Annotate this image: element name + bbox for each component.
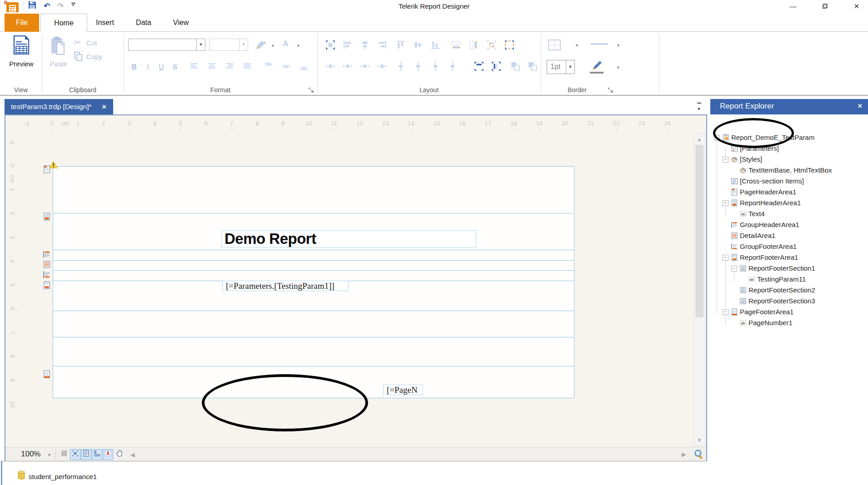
- space-vertically-remove-icon[interactable]: [446, 60, 459, 73]
- design-canvas[interactable]: -10cm12345678910111213141516171819202122…: [5, 114, 707, 461]
- scroll-down-icon[interactable]: ▼: [694, 437, 705, 443]
- font-name-combobox[interactable]: ▼: [128, 39, 205, 51]
- center-in-form-icon[interactable]: [503, 39, 516, 51]
- space-vertically-decrease-icon[interactable]: [429, 60, 442, 73]
- line-color-caret-icon[interactable]: ▼: [616, 65, 620, 70]
- document-tab-close-icon[interactable]: ✕: [102, 104, 107, 110]
- group-footer-marker-icon[interactable]: [43, 271, 52, 281]
- page-number-textbox[interactable]: [=PageN: [383, 385, 423, 395]
- cut-button[interactable]: Cut: [86, 39, 97, 47]
- format-i-button[interactable]: I: [142, 61, 154, 74]
- tree-item-reportheaderarea1[interactable]: −ReportHeaderArea1: [710, 198, 868, 208]
- tree-item-detailarea1[interactable]: DetailArea1: [710, 230, 868, 241]
- align-text-middle-icon[interactable]: [280, 60, 293, 73]
- copy-button[interactable]: Copy: [86, 53, 102, 60]
- report-title-textbox[interactable]: Demo Report: [221, 230, 476, 248]
- tree-item-reportfootersection1[interactable]: −ReportFooterSection1: [710, 263, 868, 274]
- group-header-marker-icon[interactable]: [43, 250, 52, 260]
- line-style-dropdown[interactable]: ▼: [589, 38, 625, 52]
- tree-item-styles[interactable]: −[Styles]: [710, 154, 868, 165]
- zoom-level[interactable]: 100%: [21, 450, 40, 459]
- cut-icon[interactable]: ✂: [74, 37, 81, 48]
- tree-item-pageheaderarea1[interactable]: PageHeaderArea1: [710, 187, 868, 198]
- minimize-button[interactable]: —: [783, 0, 803, 12]
- data-source-item[interactable]: student_performance1: [29, 473, 97, 480]
- grid-toggle-icon[interactable]: [59, 449, 70, 460]
- report-header-marker-icon[interactable]: [43, 213, 52, 223]
- snap-to-grid-icon[interactable]: [324, 39, 337, 51]
- border-style-dropdown[interactable]: ▼: [548, 38, 584, 52]
- tree-expander-icon[interactable]: −: [723, 255, 728, 261]
- space-horizontally-decrease-icon[interactable]: [359, 60, 371, 73]
- copy-icon[interactable]: [74, 52, 82, 63]
- page-breaks-toggle-icon[interactable]: [81, 449, 91, 460]
- align-text-top-icon[interactable]: [263, 60, 275, 73]
- tree-item-reportfootersection3[interactable]: ReportFooterSection3: [710, 296, 868, 307]
- align-text-center-icon[interactable]: [206, 60, 219, 73]
- ruler-toggle-icon[interactable]: [92, 449, 102, 460]
- paste-button[interactable]: Paste: [46, 60, 71, 68]
- vertical-scrollbar[interactable]: ▲ ▼: [693, 134, 705, 446]
- page-footer-marker-icon[interactable]: [43, 370, 52, 380]
- tree-expander-icon[interactable]: −: [723, 200, 728, 206]
- send-to-back-icon[interactable]: [526, 60, 539, 73]
- scrollbar-thumb[interactable]: [695, 145, 703, 317]
- report-footer-marker-icon[interactable]: [43, 281, 52, 291]
- font-size-combobox[interactable]: ▼: [209, 39, 248, 51]
- document-tab[interactable]: testParam3.trdp [Design]* ✕: [5, 99, 113, 114]
- tree-expander-icon[interactable]: −: [731, 266, 737, 272]
- space-horizontally-increase-icon[interactable]: [341, 60, 354, 73]
- text-markers-toggle-icon[interactable]: A: [103, 449, 113, 460]
- format-dialog-launcher-icon[interactable]: [309, 87, 315, 93]
- same-width-icon[interactable]: [450, 39, 463, 51]
- tree-item-testingparam11[interactable]: abTestingParam11: [710, 274, 868, 285]
- same-height-icon[interactable]: [467, 39, 480, 51]
- zoom-caret-icon[interactable]: ▼: [47, 453, 51, 457]
- align-rights-icon[interactable]: [376, 39, 389, 51]
- align-text-right-icon[interactable]: [224, 60, 236, 73]
- align-top-edge-icon[interactable]: [473, 60, 485, 73]
- close-button[interactable]: ✕: [846, 0, 867, 12]
- align-text-bottom-icon[interactable]: [298, 60, 311, 73]
- preview-icon[interactable]: [12, 35, 31, 55]
- tree-item-pagenumber1[interactable]: abPageNumber1: [710, 317, 868, 328]
- highlight-color-caret-icon[interactable]: ▼: [271, 44, 275, 48]
- snap-to-grid-toggle-icon[interactable]: [70, 449, 80, 460]
- restore-button[interactable]: [814, 0, 835, 12]
- tree-item-groupheaderarea1[interactable]: GroupHeaderArea1: [710, 219, 868, 230]
- format-b-button[interactable]: B: [128, 61, 140, 74]
- format-u-button[interactable]: U: [155, 61, 167, 74]
- space-vertically-increase-icon[interactable]: [412, 60, 424, 73]
- tree-item-reportfootersection2[interactable]: ReportFooterSection2: [710, 285, 868, 296]
- tab-file[interactable]: File: [5, 14, 39, 32]
- font-color-icon[interactable]: A: [283, 39, 289, 49]
- space-horizontally-equal-icon[interactable]: [324, 60, 337, 73]
- tab-home[interactable]: Home: [40, 14, 87, 32]
- report-explorer-header[interactable]: Report Explorer ✕: [710, 99, 868, 114]
- tree-expander-icon[interactable]: −: [723, 157, 728, 163]
- highlight-color-icon[interactable]: [255, 40, 267, 52]
- align-text-justify-icon[interactable]: [241, 60, 254, 73]
- parameter-expression-textbox[interactable]: [=Parameters.[TestingParam1]]: [222, 281, 349, 291]
- align-bottoms-icon[interactable]: [429, 39, 442, 51]
- tab-insert[interactable]: Insert: [91, 14, 119, 32]
- bring-to-front-icon[interactable]: [509, 60, 522, 73]
- tree-item-textitembase-htmltextbox[interactable]: TextItemBase, HtmlTextBox: [710, 165, 868, 176]
- font-color-caret-icon[interactable]: ▼: [296, 44, 300, 48]
- tree-item-reportfooterarea1[interactable]: −ReportFooterArea1: [710, 252, 868, 263]
- tab-view[interactable]: View: [168, 14, 194, 32]
- align-middles-icon[interactable]: [412, 39, 424, 51]
- align-text-left-icon[interactable]: [188, 60, 201, 73]
- collapse-panel-icon[interactable]: ▼: [696, 103, 702, 112]
- align-lefts-icon[interactable]: [341, 39, 354, 51]
- border-dialog-launcher-icon[interactable]: [608, 87, 614, 93]
- scroll-right-icon[interactable]: ▶: [682, 451, 686, 458]
- line-color-icon[interactable]: [590, 60, 605, 73]
- preview-button[interactable]: Preview: [4, 60, 39, 68]
- tree-item-groupfooterarea1[interactable]: GroupFooterArea1: [710, 241, 868, 252]
- align-centers-icon[interactable]: [359, 39, 371, 51]
- pan-tool-icon[interactable]: [115, 449, 125, 460]
- zoom-tool-icon[interactable]: [694, 449, 704, 462]
- tab-data[interactable]: Data: [131, 14, 156, 32]
- scroll-left-icon[interactable]: ◀: [127, 449, 138, 460]
